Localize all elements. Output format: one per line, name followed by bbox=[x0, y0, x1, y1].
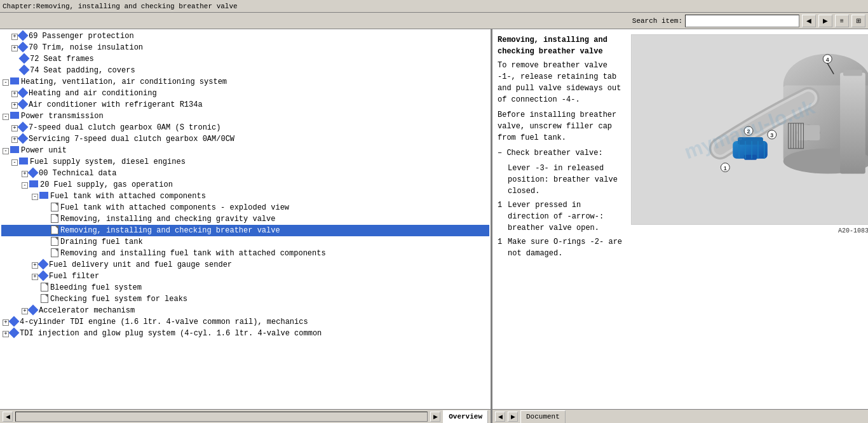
tree-label-t11: Power unit bbox=[21, 146, 67, 155]
doc-icon-t19 bbox=[51, 237, 58, 246]
note-3-text: Make sure O-rings -2- are not damaged. bbox=[508, 236, 625, 259]
tree-item-t4[interactable]: 74 Seat padding, covers bbox=[1, 65, 489, 76]
tree-label-t4: 74 Seat padding, covers bbox=[30, 66, 135, 75]
expand-icon-t27[interactable]: + bbox=[3, 331, 9, 337]
options-button[interactable]: ⊞ bbox=[851, 15, 865, 27]
scroll-left-btn[interactable]: ◀ bbox=[3, 412, 13, 422]
tab-overview[interactable]: Overview bbox=[443, 410, 488, 423]
tree-item-t2[interactable]: +70 Trim, noise insulation bbox=[1, 42, 489, 53]
tree-item-t21[interactable]: +Fuel delivery unit and fuel gauge sende… bbox=[1, 259, 489, 271]
doc-prev-btn[interactable]: ◀ bbox=[495, 412, 505, 422]
expand-icon-t26[interactable]: + bbox=[3, 319, 9, 326]
tree-item-t10[interactable]: +Servicing 7-speed dual clutch gearbox 0… bbox=[1, 133, 489, 145]
tree-label-t20: Removing and installing fuel tank with a… bbox=[60, 249, 326, 258]
tree-item-t23[interactable]: Bleeding fuel system bbox=[1, 282, 489, 293]
diamond-icon-t4 bbox=[19, 64, 30, 75]
search-next-button[interactable]: ▶ bbox=[818, 15, 832, 27]
doc-icon-t20 bbox=[51, 248, 58, 257]
diamond-icon-t26 bbox=[9, 316, 20, 326]
diamond-icon-t25 bbox=[28, 304, 39, 315]
tree-item-t14[interactable]: -20 Fuel supply, gas operation bbox=[1, 179, 489, 191]
tree-label-t24: Checking fuel system for leaks bbox=[50, 295, 187, 304]
expand-icon-t11[interactable]: - bbox=[3, 148, 9, 154]
doc-next-btn[interactable]: ▶ bbox=[508, 412, 518, 422]
scroll-right-btn[interactable]: ▶ bbox=[430, 412, 440, 422]
tech-image: 1 2 3 4 mymanu-lo.uk bbox=[631, 34, 868, 225]
note-2-text: Lever pressed in direction of -arrow-: b… bbox=[508, 199, 625, 234]
tree-label-t3: 72 Seat frames bbox=[30, 55, 94, 64]
menu-button[interactable]: ≡ bbox=[835, 15, 849, 27]
book-icon-t11 bbox=[10, 146, 19, 153]
tree-label-t27: TDI injection and glow plug system (4-cy… bbox=[20, 329, 322, 338]
tree-item-t16[interactable]: Fuel tank with attached components - exp… bbox=[1, 202, 489, 213]
expand-icon-t10[interactable]: + bbox=[11, 137, 18, 143]
tree-label-t25: Accelerator mechanism bbox=[39, 306, 135, 315]
tree-item-t27[interactable]: +TDI injection and glow plug system (4-c… bbox=[1, 328, 489, 339]
expand-icon-t25[interactable]: + bbox=[22, 308, 28, 314]
expand-icon-t9[interactable]: + bbox=[11, 125, 18, 131]
svg-rect-4 bbox=[840, 73, 865, 174]
expand-icon-t8[interactable]: - bbox=[3, 114, 9, 120]
section-title: Removing, installing and checking breath… bbox=[498, 34, 625, 57]
tree-item-t15[interactable]: -Fuel tank with attached components bbox=[1, 191, 489, 202]
book-icon-t15 bbox=[39, 192, 48, 199]
search-prev-button[interactable]: ◀ bbox=[802, 15, 816, 27]
expand-icon-t14[interactable]: - bbox=[22, 182, 28, 189]
window-title: Chapter:Removing, installing and checkin… bbox=[3, 3, 238, 10]
diamond-icon-t27 bbox=[9, 327, 20, 338]
status-right: ◀ ▶ Document bbox=[492, 410, 868, 423]
diamond-icon-t6 bbox=[18, 87, 29, 98]
title-bar: Chapter:Removing, installing and checkin… bbox=[0, 0, 868, 13]
tree-item-t9[interactable]: +7-speed dual clutch gearbox 0AM (S tron… bbox=[1, 122, 489, 133]
expand-icon-t2[interactable]: + bbox=[11, 45, 18, 51]
content-area: Removing, installing and checking breath… bbox=[498, 34, 863, 262]
image-area: 1 2 3 4 mymanu-lo.uk bbox=[631, 34, 868, 262]
tree-item-t22[interactable]: +Fuel filter bbox=[1, 271, 489, 282]
doc-icon-t23 bbox=[41, 283, 48, 292]
tree-item-t20[interactable]: Removing and installing fuel tank with a… bbox=[1, 248, 489, 259]
tree-item-t17[interactable]: Removing, installing and checking gravit… bbox=[1, 213, 489, 225]
expand-icon-t7[interactable]: + bbox=[11, 102, 18, 109]
tree-item-t5[interactable]: -Heating, ventilation, air conditioning … bbox=[1, 76, 489, 88]
tree-item-t24[interactable]: Checking fuel system for leaks bbox=[1, 293, 489, 305]
tab-document[interactable]: Document bbox=[520, 410, 566, 423]
svg-rect-10 bbox=[744, 155, 757, 160]
expand-icon-t1[interactable]: + bbox=[11, 34, 18, 40]
tree-item-t8[interactable]: -Power transmission bbox=[1, 111, 489, 122]
book-icon-t8 bbox=[10, 112, 19, 119]
tree-item-t13[interactable]: +00 Technical data bbox=[1, 168, 489, 179]
tree-item-t3[interactable]: 72 Seat frames bbox=[1, 53, 489, 65]
toolbar: Search item: ◀ ▶ ≡ ⊞ bbox=[0, 13, 868, 29]
doc-icon-t17 bbox=[51, 214, 58, 223]
tree-item-t11[interactable]: -Power unit bbox=[1, 145, 489, 156]
tree-item-t19[interactable]: Draining fuel tank bbox=[1, 236, 489, 248]
svg-rect-7 bbox=[797, 125, 820, 140]
left-panel: +69 Passenger protection+70 Trim, noise … bbox=[0, 29, 492, 409]
svg-text:4: 4 bbox=[826, 57, 829, 63]
tree-item-t18[interactable]: Removing, installing and checking breath… bbox=[1, 225, 489, 236]
expand-icon-t13[interactable]: + bbox=[22, 171, 28, 177]
diamond-icon-t22 bbox=[38, 270, 49, 281]
tree-label-t8: Power transmission bbox=[21, 112, 104, 121]
tree-item-t6[interactable]: +Heating and air conditioning bbox=[1, 88, 489, 99]
tree-item-t12[interactable]: -Fuel supply system, diesel engines bbox=[1, 156, 489, 168]
expand-icon-t5[interactable]: - bbox=[3, 79, 9, 86]
tree-item-t1[interactable]: +69 Passenger protection bbox=[1, 30, 489, 42]
status-left: ◀ ▶ Overview bbox=[0, 410, 492, 423]
tree-item-t7[interactable]: +Air conditioner with refrigerant R134a bbox=[1, 99, 489, 111]
text-content: Removing, installing and checking breath… bbox=[498, 34, 625, 262]
expand-icon-t15[interactable]: - bbox=[32, 194, 38, 200]
tree-label-t6: Heating and air conditioning bbox=[29, 89, 157, 98]
para-2: Before installing breather valve, unscre… bbox=[498, 109, 625, 144]
search-input[interactable] bbox=[685, 15, 799, 27]
tree-item-t25[interactable]: +Accelerator mechanism bbox=[1, 305, 489, 316]
tree-label-t17: Removing, installing and checking gravit… bbox=[60, 215, 275, 224]
expand-icon-t12[interactable]: - bbox=[11, 159, 18, 166]
expand-icon-t22[interactable]: + bbox=[32, 274, 38, 280]
diamond-icon-t1 bbox=[18, 30, 29, 41]
expand-icon-t6[interactable]: + bbox=[11, 91, 18, 97]
tree-content[interactable]: +69 Passenger protection+70 Trim, noise … bbox=[0, 29, 491, 409]
horizontal-scrollbar[interactable] bbox=[15, 412, 428, 422]
tree-item-t26[interactable]: +4-cylinder TDI engine (1.6 ltr. 4-valve… bbox=[1, 316, 489, 328]
expand-icon-t21[interactable]: + bbox=[32, 262, 38, 269]
